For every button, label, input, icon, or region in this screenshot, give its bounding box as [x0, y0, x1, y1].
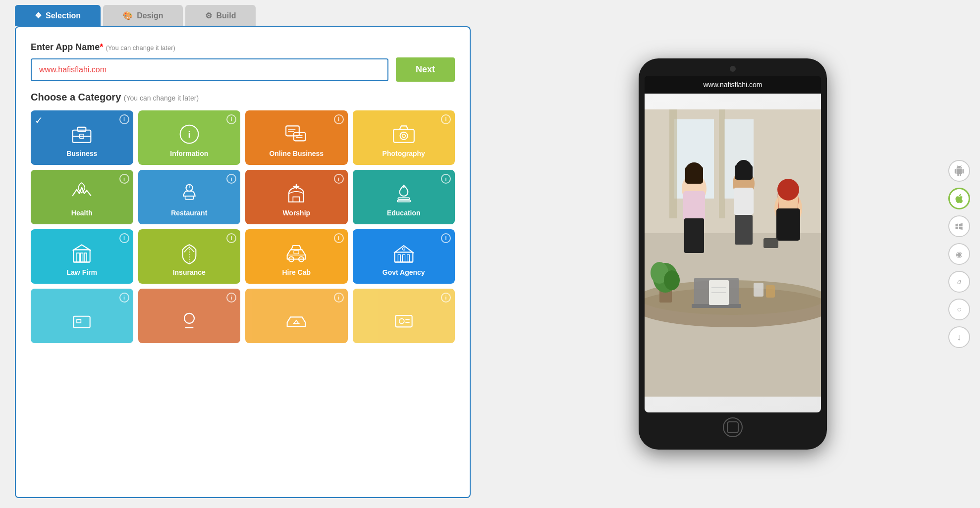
- extra4-icon: [391, 308, 416, 333]
- tile-worship[interactable]: i Worship: [245, 170, 348, 224]
- extra3-icon: [284, 308, 309, 333]
- android-logo: [954, 165, 965, 176]
- phone-screen: www.nafisflahi.com: [645, 76, 821, 412]
- info-icon[interactable]: i: [334, 174, 344, 184]
- info-icon[interactable]: i: [441, 293, 451, 303]
- info-icon[interactable]: i: [119, 174, 129, 184]
- right-panel: www.nafisflahi.com: [486, 0, 980, 508]
- svg-rect-63: [735, 215, 753, 245]
- info-icon[interactable]: i: [334, 233, 344, 243]
- svg-rect-73: [766, 285, 775, 298]
- tile-extra3[interactable]: i: [245, 289, 348, 343]
- tile-education[interactable]: i Education: [353, 170, 455, 224]
- svg-point-20: [403, 186, 404, 188]
- info-icon[interactable]: i: [441, 114, 451, 124]
- hire-cab-icon: [284, 241, 309, 265]
- blackberry-icon[interactable]: ◉: [948, 243, 970, 265]
- info-icon[interactable]: i: [441, 233, 451, 243]
- svg-rect-62: [734, 188, 754, 215]
- phone-preview-image: [645, 94, 821, 412]
- phone-home-button[interactable]: [723, 417, 743, 437]
- extra1-icon: [69, 308, 94, 333]
- tile-photography[interactable]: i Photography: [353, 110, 455, 165]
- app-name-input[interactable]: [31, 58, 388, 81]
- svg-rect-67: [776, 208, 800, 241]
- app-name-label: Enter App Name* (You can change it later…: [31, 42, 455, 52]
- svg-rect-6: [286, 126, 299, 136]
- svg-point-66: [777, 179, 799, 201]
- tile-law-firm[interactable]: i Law Firm: [31, 229, 133, 284]
- main-card: Enter App Name* (You can change it later…: [15, 26, 471, 498]
- tile-health[interactable]: i Health: [31, 170, 133, 224]
- svg-rect-29: [294, 251, 299, 254]
- info-icon[interactable]: i: [226, 174, 236, 184]
- tile-extra1[interactable]: i: [31, 289, 133, 343]
- svg-rect-12: [393, 129, 414, 143]
- phone-home-inner: [727, 421, 739, 433]
- svg-rect-57: [684, 218, 704, 253]
- svg-rect-55: [685, 166, 703, 184]
- svg-rect-51: [719, 109, 725, 218]
- info-icon[interactable]: i: [119, 233, 129, 243]
- info-icon[interactable]: i: [226, 293, 236, 303]
- govt-agency-icon: [391, 241, 416, 265]
- tile-govt-agency[interactable]: i Govt Agency: [353, 229, 455, 284]
- tile-business[interactable]: ✓ i Business: [31, 110, 133, 165]
- information-icon: i: [177, 122, 202, 147]
- tab-selection[interactable]: ❖ Selection: [15, 5, 101, 26]
- info-icon[interactable]: i: [119, 293, 129, 303]
- tile-online-business[interactable]: i Online Business: [245, 110, 348, 165]
- svg-rect-21: [74, 250, 90, 262]
- svg-rect-19: [397, 200, 410, 202]
- amazon-symbol: a: [957, 277, 961, 286]
- svg-rect-22: [77, 253, 79, 262]
- download-symbol: ↓: [957, 332, 962, 343]
- svg-rect-68: [763, 238, 778, 248]
- tile-information[interactable]: i i Information: [138, 110, 241, 165]
- gear-icon: ⚙: [205, 11, 212, 20]
- svg-rect-50: [669, 109, 677, 218]
- left-panel: ❖ Selection 🎨 Design ⚙ Build Enter App N…: [0, 0, 486, 508]
- svg-rect-34: [407, 254, 409, 262]
- online-business-icon: [284, 122, 309, 147]
- restaurant-icon: [177, 181, 202, 206]
- svg-rect-61: [735, 165, 753, 180]
- amazon-icon[interactable]: a: [948, 271, 970, 293]
- svg-rect-31: [394, 252, 413, 262]
- phone-url-bar: www.nafisflahi.com: [645, 76, 821, 94]
- tab-design[interactable]: 🎨 Design: [103, 5, 183, 26]
- app-name-hint: (You can change it later): [106, 44, 175, 51]
- circle-icon[interactable]: ○: [948, 299, 970, 320]
- tile-extra2[interactable]: i: [138, 289, 241, 343]
- tab-build[interactable]: ⚙ Build: [185, 5, 256, 26]
- input-row: Next: [31, 57, 455, 82]
- meeting-illustration: [645, 94, 821, 412]
- svg-rect-37: [74, 316, 90, 328]
- photography-icon: [391, 122, 416, 147]
- tile-insurance[interactable]: i Insurance: [138, 229, 241, 284]
- windows-icon[interactable]: [948, 215, 970, 237]
- windows-logo: [954, 221, 964, 231]
- svg-rect-23: [81, 253, 83, 262]
- ios-icon[interactable]: [948, 188, 970, 209]
- svg-rect-32: [398, 254, 400, 262]
- checkmark-icon: ✓: [35, 114, 43, 126]
- download-icon[interactable]: ↓: [948, 326, 970, 348]
- info-icon[interactable]: i: [334, 293, 344, 303]
- tile-restaurant[interactable]: i Restaurant: [138, 170, 241, 224]
- svg-point-13: [400, 132, 407, 140]
- worship-icon: [284, 181, 309, 206]
- svg-rect-24: [84, 253, 87, 262]
- info-icon[interactable]: i: [226, 114, 236, 124]
- svg-rect-1: [78, 127, 86, 131]
- tile-extra4[interactable]: i: [353, 289, 455, 343]
- svg-rect-18: [398, 198, 409, 199]
- info-icon[interactable]: i: [334, 114, 344, 124]
- info-icon[interactable]: i: [226, 233, 236, 243]
- info-icon[interactable]: i: [119, 114, 129, 124]
- next-button[interactable]: Next: [396, 57, 455, 82]
- android-icon[interactable]: [948, 160, 970, 182]
- info-icon[interactable]: i: [441, 174, 451, 184]
- phone-device: www.nafisflahi.com: [639, 58, 827, 450]
- tile-hire-cab[interactable]: i Hire Cab: [245, 229, 348, 284]
